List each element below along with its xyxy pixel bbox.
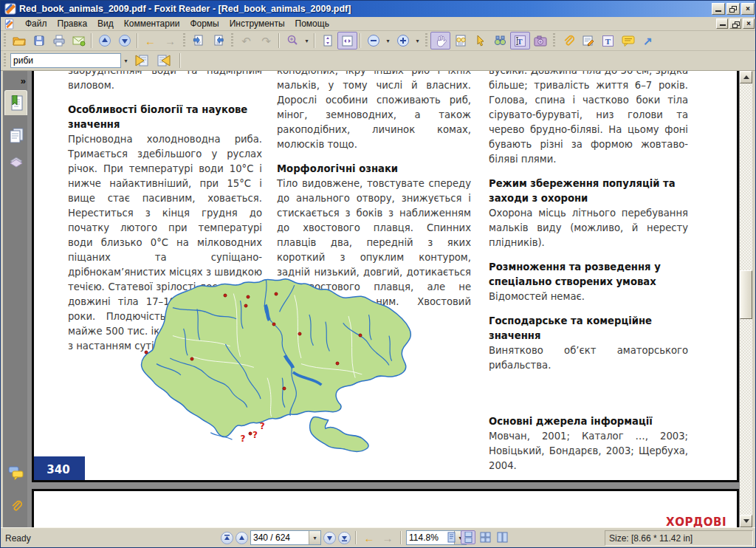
open-button[interactable] <box>9 32 29 49</box>
page-combo-dropdown[interactable]: ▾ <box>309 531 320 544</box>
menu-tools[interactable]: Инструменты <box>224 17 290 30</box>
close-button[interactable]: × <box>741 3 755 15</box>
attachments-panel-button[interactable] <box>4 493 27 518</box>
menu-file[interactable]: Файл <box>20 17 52 30</box>
print-button[interactable] <box>49 32 69 49</box>
export-form-data-button[interactable] <box>208 32 228 49</box>
section-heading: Режим збереження популяцій та заходи з о… <box>489 177 688 206</box>
doc-close-button[interactable]: × <box>743 18 755 29</box>
import-form-data-button[interactable] <box>188 32 208 49</box>
comments-panel-button[interactable] <box>4 461 27 486</box>
window-edge <box>752 71 756 527</box>
email-button[interactable] <box>69 32 89 49</box>
body-paragraph: забрудненням води та надмірним виловом. <box>68 71 262 93</box>
select-annotation-button[interactable] <box>470 32 490 49</box>
facing-view-button[interactable] <box>478 530 492 544</box>
next-view-button[interactable]: → <box>160 32 180 49</box>
fit-width-button[interactable] <box>337 32 357 49</box>
minimize-button[interactable] <box>712 3 725 15</box>
back-arrow-icon: ← <box>145 35 156 47</box>
single-page-icon <box>447 532 456 543</box>
fit-page-button[interactable] <box>317 32 337 49</box>
record-dot <box>145 350 148 354</box>
record-dot <box>224 294 227 298</box>
undo-button[interactable]: ↶ <box>236 32 256 49</box>
uncertain-record-mark: ? <box>241 434 246 444</box>
redo-icon: ↷ <box>261 35 271 47</box>
ukraine-range-map: ??? <box>132 273 413 459</box>
first-page-button[interactable] <box>221 532 233 544</box>
next-page-icon-status <box>326 535 333 541</box>
pages-panel-button[interactable] <box>4 123 27 148</box>
zoom-out-dropdown[interactable]: ▾ <box>383 32 393 49</box>
arrow-tool-icon: ↗ <box>643 35 653 47</box>
zoom-tool-dropdown[interactable]: ▾ <box>302 32 312 49</box>
previous-view-button[interactable]: ← <box>140 32 160 49</box>
attach-file-comment-button[interactable] <box>558 32 578 49</box>
record-dot <box>336 361 340 365</box>
bookmarks-panel-button[interactable] <box>4 90 27 115</box>
layers-panel-button[interactable] <box>4 149 27 174</box>
select-text-button[interactable]: T <box>510 32 530 49</box>
doc-minimize-button[interactable] <box>716 18 728 29</box>
sidebar-expand-icon[interactable]: » <box>21 75 24 86</box>
prev-page-button[interactable] <box>236 532 248 544</box>
section-heading: Особливості біології та наукове значення <box>68 103 262 132</box>
find-dropdown[interactable]: ▾ <box>121 52 131 69</box>
zoom-in-dropdown[interactable]: ▾ <box>413 32 422 49</box>
typewriter-icon: T <box>602 35 614 47</box>
text-column-3: вусики. Довжина тіла до 30 см, зрідка бі… <box>489 71 688 482</box>
page-navigation-cluster: ▾ ← → ▾ <box>221 530 467 545</box>
typewriter-tool-button[interactable]: T <box>598 32 618 49</box>
menu-view[interactable]: Вид <box>92 17 119 30</box>
body-paragraph: вусики. Довжина тіла до 30 см, зрідка бі… <box>489 71 688 167</box>
scroll-up-button[interactable] <box>740 71 752 83</box>
page-canvas[interactable]: забрудненням води та надмірним виловом.О… <box>27 71 740 527</box>
record-dot <box>298 332 301 335</box>
ukraine-map-image <box>132 273 413 459</box>
open-folder-icon <box>13 35 26 47</box>
find-input[interactable] <box>11 55 120 66</box>
hand-tool-button[interactable] <box>430 32 450 49</box>
find-next-button[interactable] <box>153 52 175 69</box>
note-tool-button[interactable] <box>618 32 638 49</box>
continuous-view-button[interactable] <box>461 530 475 544</box>
next-page-button[interactable] <box>114 32 134 49</box>
single-page-view-button[interactable] <box>444 530 458 544</box>
toolbar-grip[interactable] <box>2 33 7 48</box>
zoom-tool-button[interactable] <box>282 32 302 49</box>
pencil-tool-button[interactable] <box>578 32 598 49</box>
previous-page-icon <box>98 34 111 47</box>
previous-view-button-status[interactable]: ← <box>361 530 377 545</box>
record-dot <box>274 292 278 296</box>
doc-restore-button[interactable] <box>729 18 741 29</box>
zoom-in-icon <box>396 34 410 47</box>
continuous-icon <box>464 532 473 543</box>
redo-button[interactable]: ↷ <box>256 32 276 49</box>
previous-page-button[interactable] <box>94 32 114 49</box>
next-page-icon <box>118 34 131 47</box>
scroll-down-button[interactable] <box>740 515 752 527</box>
scrollbar-thumb[interactable] <box>740 270 752 319</box>
next-page-button-status[interactable] <box>323 532 336 544</box>
zoom-out-button[interactable] <box>363 32 383 49</box>
arrow-tool-button[interactable]: ↗ <box>638 32 658 49</box>
snapshot-button[interactable] <box>530 32 550 49</box>
continuous-facing-view-button[interactable] <box>495 530 509 544</box>
menu-help[interactable]: Помощь <box>290 17 334 30</box>
find-previous-button[interactable] <box>131 52 153 69</box>
title-bar: Red_book_animals_2009.pdf - Foxit Reader… <box>1 1 756 17</box>
save-button[interactable] <box>29 32 49 49</box>
zoom-in-button[interactable] <box>393 32 413 49</box>
menu-forms[interactable]: Формы <box>185 17 224 30</box>
svg-text:T: T <box>517 36 523 45</box>
vertical-scrollbar[interactable] <box>740 71 752 527</box>
restore-button[interactable] <box>726 3 740 15</box>
menu-edit[interactable]: Правка <box>52 17 93 30</box>
page-number-input[interactable] <box>251 532 309 544</box>
menu-comments[interactable]: Комментарии <box>119 17 185 30</box>
reading-glasses-button[interactable] <box>450 32 470 49</box>
next-view-button-status[interactable]: → <box>379 530 396 545</box>
search-button[interactable] <box>490 32 510 49</box>
last-page-button[interactable] <box>338 532 351 544</box>
